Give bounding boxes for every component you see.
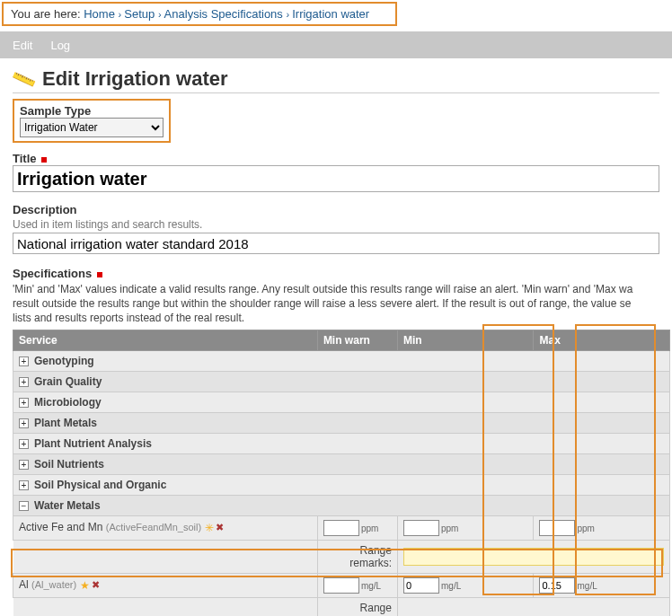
min-input[interactable]: [403, 577, 439, 594]
description-input[interactable]: [13, 233, 659, 254]
max-input[interactable]: [539, 577, 575, 594]
page-title: Edit Irrigation water: [42, 67, 228, 91]
breadcrumb-prefix: You are here:: [11, 7, 81, 21]
spec-table: Service Min warn Min Max +Genotyping+Gra…: [13, 330, 670, 616]
category-name[interactable]: Microbiology: [34, 396, 102, 409]
category-name[interactable]: Water Metals: [34, 499, 101, 512]
unit-label: ppm: [441, 524, 458, 533]
breadcrumb-setup[interactable]: Setup: [124, 7, 155, 21]
col-service: Service: [13, 330, 318, 350]
col-min: Min: [397, 330, 534, 350]
unit-label: mg/L: [361, 581, 381, 591]
description-hint: Used in item listings and search results…: [13, 218, 659, 231]
category-name[interactable]: Plant Metals: [34, 417, 97, 429]
breadcrumb-current[interactable]: Irrigation water: [292, 7, 369, 21]
wrench-icon: ✖: [92, 579, 100, 592]
expand-toggle[interactable]: +: [19, 377, 29, 387]
category-name[interactable]: Genotyping: [34, 355, 94, 367]
category-name[interactable]: Plant Nutrient Analysis: [34, 437, 152, 450]
service-icons: ✳✖: [205, 522, 224, 534]
tab-log[interactable]: Log: [50, 39, 70, 52]
specifications-help: 'Min' and 'Max' values indicate a valid …: [13, 282, 672, 296]
breadcrumb-analysis-specs[interactable]: Analysis Specifications: [164, 7, 283, 21]
analysis-service-cell: Al (Al_water)★✖: [13, 573, 318, 597]
unit-label: mg/L: [441, 581, 461, 591]
expand-toggle[interactable]: +: [19, 480, 29, 490]
specifications-label: Specifications: [13, 267, 92, 280]
expand-toggle[interactable]: +: [19, 418, 29, 428]
expand-toggle[interactable]: +: [19, 398, 29, 408]
minwarn-input[interactable]: [323, 520, 359, 536]
breadcrumb-home[interactable]: Home: [84, 7, 115, 21]
range-remarks-input[interactable]: [403, 548, 664, 566]
expand-toggle[interactable]: +: [19, 439, 29, 449]
specifications-help2: result outside the results range but wit…: [13, 296, 672, 311]
minwarn-input[interactable]: [323, 577, 359, 594]
sample-type-label: Sample Type: [20, 104, 91, 118]
analysis-service-cell: Active Fe and Mn (ActiveFeandMn_soil)✳✖: [13, 515, 318, 540]
expand-toggle[interactable]: −: [19, 501, 29, 511]
required-icon: [41, 157, 47, 163]
range-remarks-label: Range remarks:: [317, 597, 397, 616]
sample-type-box: Sample Type Irrigation Water: [13, 99, 171, 143]
range-remarks-label: Range remarks:: [317, 540, 397, 573]
required-icon: [97, 272, 102, 277]
tab-edit[interactable]: Edit: [13, 39, 32, 52]
title-input[interactable]: [13, 165, 659, 192]
star-icon: ✳: [205, 522, 214, 534]
description-label: Description: [13, 203, 77, 216]
unit-label: ppm: [361, 524, 378, 533]
title-label: Title: [13, 152, 37, 165]
sample-type-select[interactable]: Irrigation Water: [20, 118, 164, 137]
wrench-icon: ✖: [216, 522, 224, 534]
ruler-icon: 📏: [10, 65, 39, 92]
breadcrumb: You are here: Home › Setup › Analysis Sp…: [2, 2, 397, 26]
expand-toggle[interactable]: +: [19, 356, 29, 366]
col-max: Max: [534, 330, 670, 350]
category-name[interactable]: Soil Physical and Organic: [34, 479, 166, 491]
expand-toggle[interactable]: +: [19, 460, 29, 470]
specifications-help3: lists and results reports instead of the…: [13, 311, 672, 325]
tab-bar: Edit Log: [0, 31, 672, 58]
service-icons: ★✖: [80, 579, 100, 592]
breadcrumb-sep: ›: [158, 9, 164, 20]
unit-label: mg/L: [577, 581, 597, 591]
category-name[interactable]: Grain Quality: [34, 375, 102, 388]
star-icon: ★: [80, 579, 90, 592]
unit-label: ppm: [577, 524, 594, 533]
category-name[interactable]: Soil Nutrients: [34, 458, 104, 471]
max-input[interactable]: [539, 520, 575, 536]
col-minwarn: Min warn: [317, 330, 397, 350]
min-input[interactable]: [403, 520, 439, 536]
